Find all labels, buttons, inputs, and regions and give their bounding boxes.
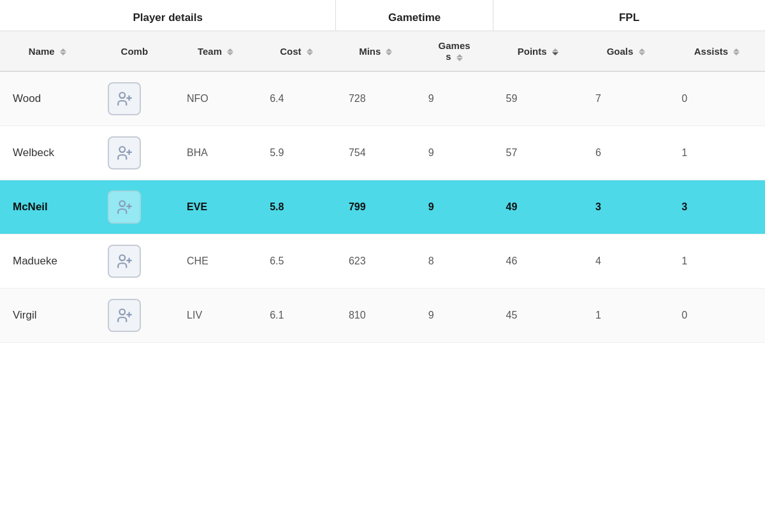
add-player-button[interactable] <box>108 299 141 332</box>
add-player-button[interactable] <box>108 191 141 224</box>
sort-arrows-points <box>552 48 558 55</box>
sort-arrows-assists <box>733 48 740 55</box>
cell-goals: 6 <box>583 126 669 180</box>
cell-cost: 6.5 <box>257 234 336 289</box>
cell-team: BHA <box>174 126 257 180</box>
table-row: Madueke CHE6.562384641 <box>0 234 765 289</box>
cell-games: 9 <box>416 180 493 234</box>
player-stats-table: Player details Gametime FPL Name <box>0 0 765 532</box>
sort-up-games <box>456 54 463 57</box>
cell-goals: 4 <box>583 234 669 289</box>
svg-point-9 <box>119 255 125 261</box>
sort-arrows-goals <box>639 48 645 55</box>
cell-goals: 1 <box>583 289 669 343</box>
cell-name: McNeil <box>0 180 95 234</box>
sort-up-goals <box>639 48 645 52</box>
col-header-mins[interactable]: Mins <box>336 31 416 72</box>
sort-arrows-cost <box>307 48 313 55</box>
cell-points: 57 <box>493 126 583 180</box>
cell-comb <box>95 180 174 234</box>
col-header-goals[interactable]: Goals <box>583 31 669 72</box>
sort-up-team <box>227 48 233 52</box>
cell-games: 8 <box>416 234 493 289</box>
cell-games: 9 <box>416 126 493 180</box>
col-header-games[interactable]: Games s <box>416 31 493 72</box>
col-header-name[interactable]: Name <box>0 31 95 72</box>
sort-up-mins <box>386 48 392 52</box>
cell-goals: 7 <box>583 71 669 126</box>
cell-team: NFO <box>174 71 257 126</box>
cell-name: Virgil <box>0 289 95 343</box>
group-header-row: Player details Gametime FPL <box>0 0 765 31</box>
sort-down-assists <box>733 52 740 55</box>
table-row: Welbeck BHA5.975495761 <box>0 126 765 180</box>
cell-points: 59 <box>493 71 583 126</box>
cell-points: 49 <box>493 180 583 234</box>
cell-assists: 1 <box>669 234 765 289</box>
sort-down-cost <box>307 52 313 55</box>
add-player-button[interactable] <box>108 245 141 278</box>
cell-assists: 0 <box>669 289 765 343</box>
svg-point-3 <box>119 147 125 152</box>
col-header-assists[interactable]: Assists <box>669 31 765 72</box>
cell-name: Madueke <box>0 234 95 289</box>
svg-point-6 <box>119 201 125 206</box>
sort-arrows-mins <box>386 48 392 55</box>
svg-point-12 <box>119 309 125 315</box>
cell-cost: 6.1 <box>257 289 336 343</box>
table-row: Virgil LIV6.181094510 <box>0 289 765 343</box>
cell-mins: 623 <box>336 234 416 289</box>
cell-comb <box>95 234 174 289</box>
sort-arrows-team <box>227 48 233 55</box>
cell-cost: 5.8 <box>257 180 336 234</box>
cell-mins: 754 <box>336 126 416 180</box>
sort-arrows-games <box>456 54 463 61</box>
sort-up-assists <box>733 48 740 52</box>
cell-team: EVE <box>174 180 257 234</box>
column-header-row: Name Comb Team Cost <box>0 31 765 72</box>
col-header-cost[interactable]: Cost <box>257 31 336 72</box>
sort-down-name <box>60 52 66 55</box>
cell-goals: 3 <box>583 180 669 234</box>
col-header-team[interactable]: Team <box>174 31 257 72</box>
cell-assists: 0 <box>669 71 765 126</box>
sort-up-points <box>552 48 558 52</box>
col-header-points[interactable]: Points <box>493 31 583 72</box>
group-header-fpl: FPL <box>493 0 765 31</box>
cell-team: LIV <box>174 289 257 343</box>
cell-comb <box>95 126 174 180</box>
col-header-comb: Comb <box>95 31 174 72</box>
sort-down-games <box>456 58 463 61</box>
cell-assists: 3 <box>669 180 765 234</box>
cell-assists: 1 <box>669 126 765 180</box>
cell-cost: 5.9 <box>257 126 336 180</box>
sort-down-points <box>552 52 558 55</box>
cell-mins: 799 <box>336 180 416 234</box>
cell-cost: 6.4 <box>257 71 336 126</box>
cell-comb <box>95 71 174 126</box>
add-player-button[interactable] <box>108 136 141 169</box>
cell-games: 9 <box>416 289 493 343</box>
sort-up-name <box>60 48 66 52</box>
svg-point-0 <box>119 92 125 98</box>
sort-up-cost <box>307 48 313 52</box>
add-player-button[interactable] <box>108 82 141 115</box>
cell-mins: 728 <box>336 71 416 126</box>
group-header-gametime: Gametime <box>336 0 493 31</box>
table-row: Wood NFO6.472895970 <box>0 71 765 126</box>
cell-points: 45 <box>493 289 583 343</box>
cell-points: 46 <box>493 234 583 289</box>
cell-mins: 810 <box>336 289 416 343</box>
sort-down-goals <box>639 52 645 55</box>
cell-comb <box>95 289 174 343</box>
sort-down-mins <box>386 52 392 55</box>
cell-team: CHE <box>174 234 257 289</box>
sort-arrows-name <box>60 48 66 55</box>
cell-name: Wood <box>0 71 95 126</box>
cell-games: 9 <box>416 71 493 126</box>
cell-name: Welbeck <box>0 126 95 180</box>
table-row: McNeil EVE5.879994933 <box>0 180 765 234</box>
group-header-player-details: Player details <box>0 0 336 31</box>
sort-down-team <box>227 52 233 55</box>
